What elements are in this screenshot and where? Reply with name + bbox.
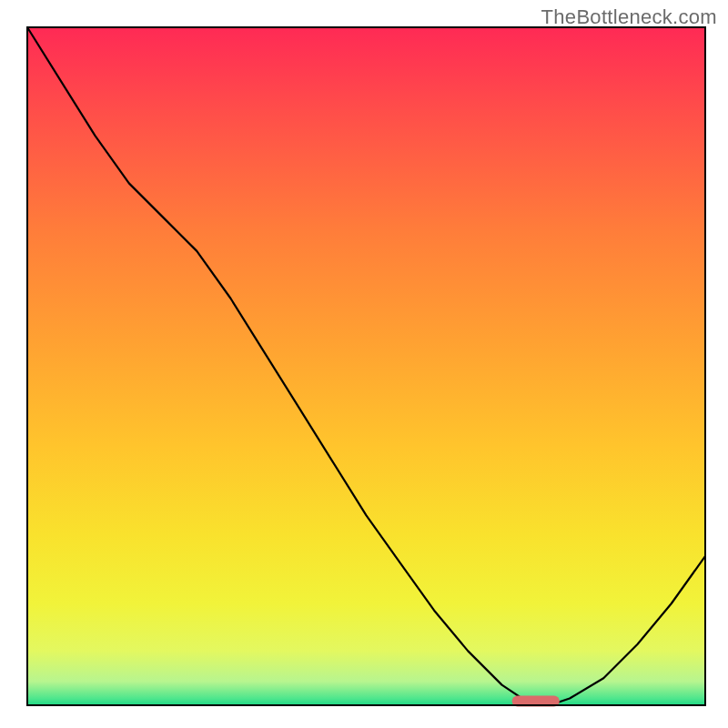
plot-background <box>27 27 705 705</box>
chart-svg <box>0 0 728 728</box>
figure: TheBottleneck.com <box>0 0 728 728</box>
watermark-text: TheBottleneck.com <box>541 5 717 29</box>
